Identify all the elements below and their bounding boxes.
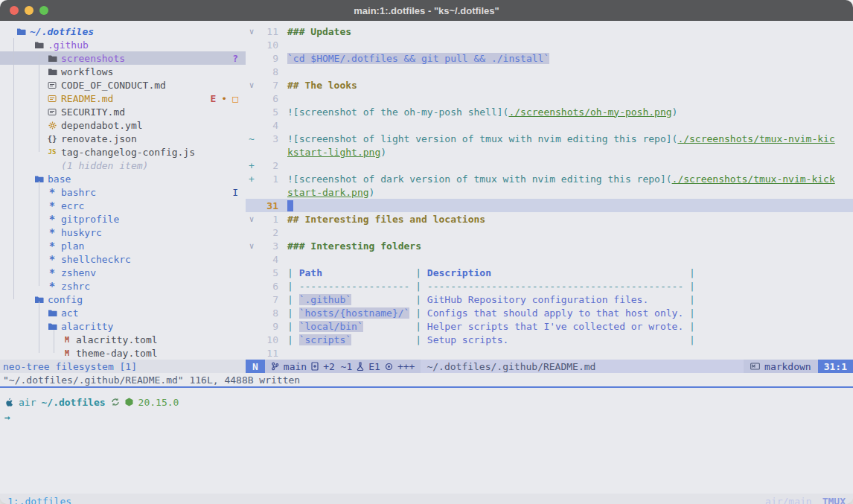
editor-line[interactable]: +2 bbox=[246, 159, 853, 172]
text-segment-pipe: | bbox=[689, 281, 695, 292]
editor-line[interactable]: 4 bbox=[246, 252, 853, 266]
sidebar-item-zshenv[interactable]: *zshenv bbox=[0, 266, 246, 279]
sidebar-item-shellcheckrc[interactable]: *shellcheckrc bbox=[0, 252, 246, 266]
m-icon: M bbox=[61, 336, 73, 344]
editor-line[interactable]: 5| Path | Description | bbox=[246, 266, 853, 279]
editor-line[interactable]: 10 bbox=[246, 38, 853, 51]
line-number: 10 bbox=[258, 39, 278, 51]
text-segment-plain bbox=[508, 334, 689, 345]
sidebar-item-dotfiles[interactable]: ~/.dotfiles bbox=[0, 25, 246, 38]
editor-line[interactable]: +1![screenshot of dark version of tmux w… bbox=[246, 172, 853, 185]
line-number: 9 bbox=[258, 321, 278, 332]
folder-open-icon bbox=[33, 41, 45, 49]
line-number: 6 bbox=[258, 93, 278, 104]
text-segment-pipe: | bbox=[415, 294, 427, 305]
neotree-sidebar[interactable]: ~/.dotfiles.githubscreenshots?workflowsC… bbox=[0, 21, 246, 360]
editor-line[interactable]: 8| `hosts/{hostname}/` | Configs that sh… bbox=[246, 306, 853, 319]
file-path: ~/.dotfiles/.github/README.md bbox=[421, 360, 744, 373]
text-segment-md: ![screenshot of dark version of tmux wit… bbox=[287, 173, 672, 185]
text-segment-code: `.github` bbox=[299, 294, 351, 305]
sidebar-item-security-md[interactable]: SECURITY.md bbox=[0, 105, 246, 118]
text-cursor bbox=[287, 200, 293, 211]
beaker-icon bbox=[357, 362, 364, 371]
diff-file-icon bbox=[311, 362, 319, 371]
sidebar-item-bashrc[interactable]: *bashrcI bbox=[0, 185, 246, 199]
text-segment-pipe: | bbox=[287, 267, 299, 278]
asterisk-icon: * bbox=[46, 229, 58, 236]
text-segment-pipe: | bbox=[689, 267, 695, 278]
terminal-window: main:1:.dotfiles - "ks~/.dotfiles" ~/.do… bbox=[0, 0, 853, 504]
git-status-badge: ? bbox=[232, 53, 238, 64]
sidebar-item-theme-day-toml[interactable]: Mtheme-day.toml bbox=[0, 346, 246, 360]
sidebar-item-dependabot-yml[interactable]: dependabot.yml bbox=[0, 118, 246, 132]
sidebar-item-ecrc[interactable]: *ecrc bbox=[0, 199, 246, 212]
editor-line[interactable]: ∨11### Updates bbox=[246, 25, 853, 38]
asterisk-icon: * bbox=[46, 269, 58, 276]
sidebar-item-screenshots[interactable]: screenshots? bbox=[0, 51, 246, 65]
file-icon bbox=[46, 95, 58, 103]
text-segment-plain bbox=[409, 281, 415, 292]
editor-line[interactable]: 5![screenshot of the oh-my-posh shell](.… bbox=[246, 105, 853, 118]
shell-pane[interactable]: air ~/.dotfiles 20.15.0 → bbox=[0, 388, 853, 475]
text-segment-link: kstart-light.png bbox=[287, 147, 380, 158]
sidebar-item-label: act bbox=[61, 307, 78, 319]
editor-line[interactable]: start-dark.png) bbox=[246, 185, 853, 199]
sidebar-item-alacritty-toml[interactable]: Malacritty.toml bbox=[0, 333, 246, 346]
editor-line[interactable]: 9`cd $HOME/.dotfiles && git pull && ./in… bbox=[246, 51, 853, 65]
editor-line[interactable]: 11 bbox=[246, 346, 853, 360]
editor-line[interactable]: ∨3### Interesting folders bbox=[246, 239, 853, 252]
text-segment-link: ./screenshots/tmux-nvim-kic bbox=[677, 133, 834, 144]
tmux-window-item[interactable]: 1:.dotfiles bbox=[7, 496, 71, 504]
fold-marker[interactable]: ∨ bbox=[246, 80, 258, 90]
editor-line[interactable]: 10| `scripts` | Setup scripts. | bbox=[246, 333, 853, 346]
fold-marker[interactable]: ∨ bbox=[246, 241, 258, 251]
editor-pane[interactable]: ∨11### Updates109`cd $HOME/.dotfiles && … bbox=[246, 21, 853, 360]
sidebar-item-workflows[interactable]: workflows bbox=[0, 65, 246, 78]
editor-line[interactable]: ∨7## The looks bbox=[246, 78, 853, 92]
text-segment-h2: ## The looks bbox=[287, 80, 357, 91]
git-sync-icon bbox=[111, 398, 120, 406]
editor-line[interactable]: 8 bbox=[246, 65, 853, 78]
editor-line[interactable]: 31 bbox=[246, 199, 853, 212]
file-icon bbox=[46, 81, 58, 89]
line-number: 4 bbox=[258, 120, 278, 131]
fold-marker[interactable]: ∨ bbox=[246, 214, 258, 224]
sidebar-item-label: SECURITY.md bbox=[61, 106, 125, 118]
editor-line[interactable]: 4 bbox=[246, 118, 853, 132]
sidebar-item-tag-changelog-config-js[interactable]: JStag-changelog-config.js bbox=[0, 145, 246, 159]
editor-line[interactable]: ∨1## Interesting files and locations bbox=[246, 212, 853, 226]
sidebar-item-gitprofile[interactable]: *gitprofile bbox=[0, 212, 246, 226]
sidebar-item-1-hidden-item[interactable]: (1 hidden item) bbox=[0, 159, 246, 172]
editor-line[interactable]: ~3![screenshot of light version of tmux … bbox=[246, 132, 853, 145]
text-segment-pipe: | bbox=[287, 294, 299, 305]
editor-line[interactable]: 9| `local/bin` | Helper scripts that I'v… bbox=[246, 319, 853, 333]
editor-line[interactable]: 6 bbox=[246, 92, 853, 105]
asterisk-icon: * bbox=[46, 215, 58, 223]
editor-line[interactable]: 6| ------------------- | ---------------… bbox=[246, 279, 853, 293]
text-segment-md: ![screenshot of the oh-my-posh shell]( bbox=[287, 106, 508, 118]
text-segment-h3: ### Interesting folders bbox=[287, 240, 421, 252]
folder-icon bbox=[46, 54, 58, 63]
sidebar-item-huskyrc[interactable]: *huskyrc bbox=[0, 226, 246, 239]
sidebar-item-act[interactable]: act bbox=[0, 306, 246, 319]
folder-open-icon bbox=[15, 28, 27, 36]
line-number: 9 bbox=[258, 53, 278, 64]
sidebar-item-readme-md[interactable]: README.mdE•□ bbox=[0, 92, 246, 105]
editor-line[interactable]: 7| `.github` | GitHub Repository configu… bbox=[246, 293, 853, 306]
sidebar-item-config[interactable]: config bbox=[0, 293, 246, 306]
text-segment-code: `scripts` bbox=[299, 334, 351, 345]
sidebar-item-code-of-conduct-md[interactable]: CODE_OF_CONDUCT.md bbox=[0, 78, 246, 92]
sidebar-item-zshrc[interactable]: *zshrc bbox=[0, 279, 246, 293]
sidebar-item-alacritty[interactable]: alacritty bbox=[0, 319, 246, 333]
sidebar-item-renovate-json[interactable]: {}renovate.json bbox=[0, 132, 246, 145]
line-number: 8 bbox=[258, 307, 278, 319]
fold-marker[interactable]: ∨ bbox=[246, 27, 258, 36]
markdown-file-icon bbox=[750, 363, 760, 370]
sidebar-item-github[interactable]: .github bbox=[0, 38, 246, 51]
editor-line[interactable]: 2 bbox=[246, 226, 853, 239]
sidebar-item-plan[interactable]: *plan bbox=[0, 239, 246, 252]
git-status-badges: E•□ bbox=[211, 93, 238, 104]
editor-line[interactable]: kstart-light.png) bbox=[246, 145, 853, 159]
sidebar-item-label: shellcheckrc bbox=[61, 254, 131, 265]
sidebar-item-base[interactable]: base bbox=[0, 172, 246, 185]
